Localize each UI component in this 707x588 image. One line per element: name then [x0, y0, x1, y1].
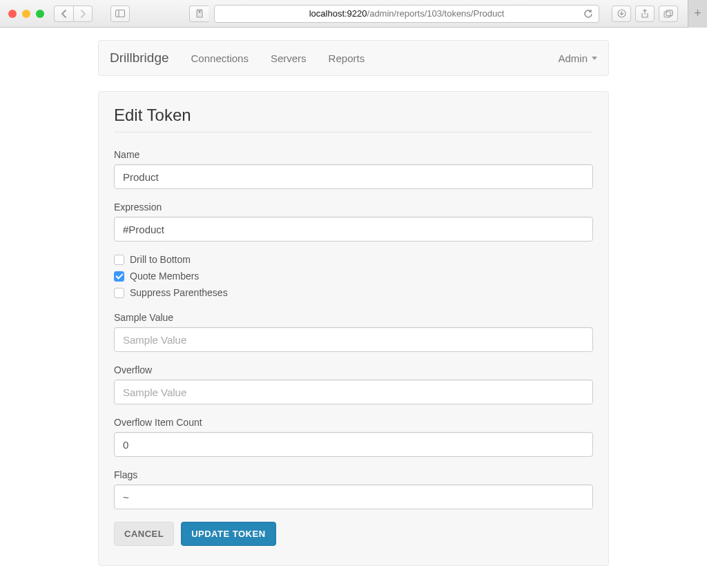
- quote-members-label: Quote Members: [130, 271, 199, 282]
- admin-label: Admin: [558, 52, 588, 64]
- brand[interactable]: Drillbridge: [110, 50, 169, 66]
- edit-token-panel: Edit Token Name Expression Drill to Bott…: [98, 91, 609, 566]
- flags-label: Flags: [114, 469, 593, 480]
- svg-rect-0: [116, 10, 125, 17]
- reload-icon[interactable]: [584, 9, 593, 19]
- url-host: localhost:9220: [309, 8, 367, 19]
- address-bar[interactable]: localhost:9220/admin/reports/103/tokens/…: [214, 5, 599, 23]
- overflow-label: Overflow: [114, 364, 593, 375]
- svg-rect-5: [666, 10, 672, 15]
- url-path: /admin/reports/103/tokens/Product: [367, 8, 505, 19]
- expression-input[interactable]: [114, 217, 593, 242]
- nav-link-reports[interactable]: Reports: [319, 43, 375, 74]
- maximize-window-button[interactable]: [36, 10, 44, 18]
- expression-label: Expression: [114, 202, 593, 213]
- svg-rect-4: [664, 12, 670, 17]
- sample-value-label: Sample Value: [114, 312, 593, 323]
- overflow-item-count-label: Overflow Item Count: [114, 417, 593, 428]
- sample-value-input[interactable]: [114, 327, 593, 352]
- forward-button[interactable]: [73, 6, 93, 22]
- minimize-window-button[interactable]: [22, 10, 30, 18]
- admin-dropdown[interactable]: Admin: [558, 52, 597, 64]
- nav-link-servers[interactable]: Servers: [261, 43, 316, 74]
- share-button[interactable]: [635, 6, 655, 22]
- downloads-button[interactable]: [612, 6, 631, 22]
- name-input[interactable]: [114, 164, 593, 189]
- panel-title: Edit Token: [114, 106, 593, 133]
- nav-links: Connections Servers Reports: [182, 43, 375, 74]
- app-navbar: Drillbridge Connections Servers Reports …: [98, 40, 609, 76]
- svg-point-2: [198, 10, 200, 12]
- back-button[interactable]: [54, 6, 73, 22]
- drill-to-bottom-label: Drill to Bottom: [130, 254, 191, 265]
- flags-input[interactable]: [114, 484, 593, 509]
- nav-link-connections[interactable]: Connections: [182, 43, 258, 74]
- chevron-down-icon: [592, 57, 597, 60]
- quote-members-checkbox[interactable]: [114, 271, 124, 282]
- cancel-button[interactable]: CANCEL: [114, 522, 174, 546]
- window-controls: [8, 10, 44, 18]
- close-window-button[interactable]: [8, 10, 17, 18]
- toolbar-right: [612, 6, 678, 22]
- page-content: Drillbridge Connections Servers Reports …: [0, 28, 707, 578]
- tabs-button[interactable]: [659, 6, 678, 22]
- nav-buttons: [54, 6, 93, 22]
- reader-button[interactable]: [189, 6, 209, 22]
- suppress-parentheses-label: Suppress Parentheses: [130, 287, 228, 298]
- overflow-input[interactable]: [114, 380, 593, 404]
- drill-to-bottom-checkbox[interactable]: [114, 255, 124, 265]
- new-tab-button[interactable]: +: [688, 0, 707, 28]
- browser-toolbar: localhost:9220/admin/reports/103/tokens/…: [0, 0, 707, 28]
- suppress-parentheses-checkbox[interactable]: [114, 288, 124, 298]
- name-label: Name: [114, 149, 593, 160]
- overflow-item-count-input[interactable]: [114, 432, 593, 457]
- update-token-button[interactable]: UPDATE TOKEN: [181, 522, 275, 546]
- sidebar-toggle-button[interactable]: [110, 6, 130, 22]
